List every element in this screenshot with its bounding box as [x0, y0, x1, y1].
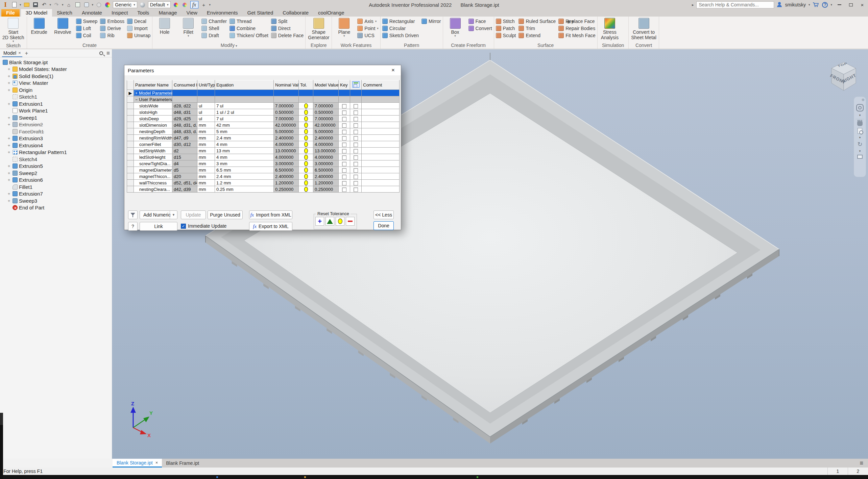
group-label-user-parameters[interactable]: −User Parameters	[134, 96, 172, 103]
ribbon-options-icon[interactable]: ◉ ▾	[566, 19, 574, 24]
expand-icon[interactable]: +	[7, 80, 11, 85]
tree-item-view-master[interactable]: +View: Master	[0, 80, 112, 87]
tree-item-sweep3[interactable]: +Sweep3	[0, 197, 112, 204]
tolerance-cell[interactable]	[299, 180, 313, 186]
tab-environments[interactable]: Environments	[202, 9, 243, 17]
tolerance-nominal-button[interactable]	[336, 217, 344, 226]
button-convert[interactable]: Convert	[468, 25, 492, 31]
dialog-help-button[interactable]: ?	[128, 222, 138, 231]
equation-cell[interactable]: 6.5 mm	[215, 167, 274, 173]
unit-type-cell[interactable]: ul	[197, 103, 215, 109]
key-checkbox-cell[interactable]	[339, 148, 350, 154]
key-checkbox-cell[interactable]	[339, 122, 350, 128]
button-thicken-offset[interactable]: Thicken/ Offset	[230, 32, 268, 39]
group-row-user-parameters[interactable]: −User Parameters	[127, 96, 400, 103]
button-circular[interactable]: Circular	[382, 25, 419, 31]
key-checkbox-cell[interactable]	[339, 186, 350, 193]
zoom-icon[interactable]	[858, 128, 862, 134]
parameter-name-cell[interactable]: magnetDiameter	[134, 167, 172, 173]
parameter-row-slotsdeep[interactable]: slotsDeepd29, d25ul7 ul7.0000007.000000	[127, 116, 400, 122]
button-draft[interactable]: Draft	[201, 32, 227, 39]
done-button[interactable]: Done	[373, 221, 394, 230]
parameter-name-cell[interactable]: nestingRimWidth	[134, 135, 172, 141]
undo-button[interactable]: ↶	[41, 1, 48, 8]
close-icon[interactable]: ×	[155, 460, 158, 465]
equation-cell[interactable]: 13 mm	[215, 148, 274, 154]
equation-cell[interactable]: 4 mm	[215, 141, 274, 148]
button-patch[interactable]: Patch	[496, 25, 516, 31]
add-browser-tab-button[interactable]: +	[25, 50, 28, 56]
unit-type-cell[interactable]: mm	[197, 148, 215, 154]
equation-cell[interactable]: 4 mm	[215, 154, 274, 160]
button-trim[interactable]: Trim	[519, 25, 556, 31]
document-tab-blank-storage-ipt[interactable]: Blank Storage.ipt×	[113, 459, 162, 468]
tree-item-origin[interactable]: +Origin	[0, 86, 112, 94]
equation-cell[interactable]: 42 mm	[215, 122, 274, 128]
tree-item-solid-bodies-1[interactable]: +Solid Bodies(1)	[0, 73, 112, 80]
user-dropdown-icon[interactable]: ▾	[809, 3, 810, 6]
unit-type-cell[interactable]: mm	[197, 180, 215, 186]
link-button[interactable]: Link	[140, 222, 177, 231]
button-repair-bodies[interactable]: Repair Bodies	[558, 25, 596, 31]
view-cube[interactable]: TOP FRONT RIGHT	[827, 59, 860, 95]
appearance-select[interactable]: Default▾	[148, 1, 171, 8]
column-header-model-value[interactable]: Model Value	[313, 80, 339, 90]
group-label-model-parameters[interactable]: +Model Parameters	[134, 90, 172, 96]
immediate-update-checkbox[interactable]: ✓ Immediate Update	[181, 223, 226, 229]
button-face[interactable]: Face	[468, 18, 492, 24]
equation-cell[interactable]: 2.4 mm	[215, 135, 274, 141]
equation-cell[interactable]: 1.2 mm	[215, 180, 274, 186]
expand-icon[interactable]: +	[7, 74, 11, 79]
tolerance-cell[interactable]	[299, 128, 313, 135]
parameter-row-slotdimension[interactable]: slotDimensiond48, d31, d...mm42 mm42.000…	[127, 122, 400, 128]
parameter-row-screwtightdia[interactable]: screwTightDia...d4mm3 mm3.0000003.000000	[127, 160, 400, 167]
button-ruled-surface[interactable]: Ruled Surface	[519, 18, 556, 24]
comment-cell[interactable]	[362, 116, 400, 122]
expand-icon[interactable]: +	[7, 143, 11, 148]
button-import[interactable]: Import	[127, 25, 150, 31]
tolerance-cell[interactable]	[299, 116, 313, 122]
parameter-name-cell[interactable]: cornerFillet	[134, 141, 172, 148]
store-cart-icon[interactable]	[813, 2, 819, 7]
export-checkbox-cell[interactable]	[350, 128, 362, 135]
unit-type-cell[interactable]: mm	[197, 135, 215, 141]
comment-cell[interactable]	[362, 167, 400, 173]
button-replace-face[interactable]: Replace Face	[558, 18, 596, 24]
export-checkbox-cell[interactable]	[350, 135, 362, 141]
button-shell[interactable]: Shell	[201, 25, 227, 31]
button-hole[interactable]: Hole	[154, 17, 175, 35]
expand-icon[interactable]: +	[7, 198, 11, 203]
button-rectangular[interactable]: Rectangular	[382, 18, 419, 24]
new-file-dropdown-icon[interactable]: ▾	[20, 3, 21, 6]
tab-inspect[interactable]: Inspect	[107, 9, 132, 17]
button-fillet[interactable]: Fillet	[178, 17, 199, 37]
export-checkbox-cell[interactable]	[350, 160, 362, 167]
column-header-tol[interactable]: Tol.	[299, 80, 313, 90]
close-icon[interactable]: ×	[18, 50, 21, 55]
tree-item-facedraft1[interactable]: FaceDraft1	[0, 128, 112, 135]
button-box[interactable]: Box	[445, 17, 466, 37]
expand-icon[interactable]: +	[7, 67, 11, 72]
comment-cell[interactable]	[362, 173, 400, 180]
export-checkbox-cell[interactable]	[350, 122, 362, 128]
column-header-equation[interactable]: Equation	[215, 80, 274, 90]
button-convert-to-sheet-metal[interactable]: Convert to Sheet Metal	[630, 17, 657, 40]
export-checkbox-cell[interactable]	[350, 141, 362, 148]
expand-icon[interactable]: +	[7, 101, 11, 106]
tree-item-extrusion4[interactable]: +Extrusion4	[0, 142, 112, 149]
key-checkbox-cell[interactable]	[339, 109, 350, 116]
parameters-fx-button[interactable]: fx	[190, 1, 198, 8]
column-header-parameter-name[interactable]: Parameter Name	[134, 80, 172, 90]
tree-item-work-plane1[interactable]: Work Plane1	[0, 107, 112, 115]
parameter-name-cell[interactable]: slotsDeep	[134, 116, 172, 122]
tree-item-fillet1[interactable]: Fillet1	[0, 183, 112, 191]
clear-appearance-icon[interactable]	[182, 1, 188, 8]
comment-cell[interactable]	[362, 109, 400, 116]
tab-annotate[interactable]: Annotate	[77, 9, 107, 17]
tree-item-sketch4[interactable]: Sketch4	[0, 156, 112, 163]
column-header-unit-type[interactable]: Unit/Type	[197, 80, 215, 90]
button-direct[interactable]: Direct	[271, 25, 304, 31]
export-checkbox-cell[interactable]	[350, 103, 362, 109]
parameter-row-ledstripwidth[interactable]: ledStripWidthd2mm13 mm13.00000013.000000	[127, 148, 400, 154]
parameter-row-ledslotheight[interactable]: ledSlotHeightd15mm4 mm4.0000004.000000	[127, 154, 400, 160]
